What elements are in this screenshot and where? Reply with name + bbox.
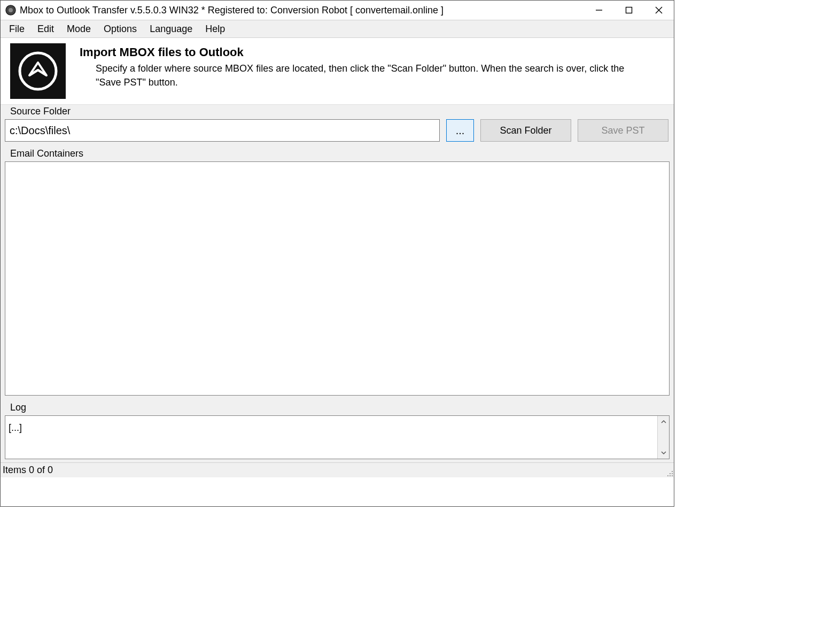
menu-options[interactable]: Options (97, 21, 143, 37)
window-controls (584, 1, 674, 20)
menu-edit[interactable]: Edit (31, 21, 60, 37)
status-bar: Items 0 of 0 (1, 462, 674, 477)
log-box: [...] (5, 415, 670, 459)
browse-button[interactable]: ... (446, 119, 474, 142)
app-icon (5, 4, 17, 16)
log-group: Log [...] (1, 401, 674, 462)
svg-point-1 (9, 8, 13, 12)
banner-description: Specify a folder where source MBOX files… (80, 61, 643, 89)
log-scrollbar[interactable] (657, 416, 669, 459)
menubar: File Edit Mode Options Language Help (1, 20, 674, 38)
scroll-up-icon[interactable] (658, 416, 669, 428)
log-content[interactable]: [...] (5, 416, 657, 459)
maximize-button[interactable] (614, 1, 644, 20)
log-label: Log (5, 401, 670, 415)
banner-heading: Import MBOX files to Outlook (80, 45, 643, 59)
menu-help[interactable]: Help (199, 21, 231, 37)
scan-folder-button[interactable]: Scan Folder (480, 119, 571, 142)
save-pst-button[interactable]: Save PST (578, 119, 668, 142)
resize-grip-icon[interactable] (665, 469, 673, 476)
menu-language[interactable]: Language (143, 21, 199, 37)
source-path-input[interactable] (5, 119, 440, 142)
email-containers-list[interactable] (5, 161, 670, 396)
minimize-button[interactable] (584, 1, 614, 20)
status-text: Items 0 of 0 (3, 465, 53, 476)
titlebar: Mbox to Outlook Transfer v.5.5.0.3 WIN32… (1, 1, 674, 20)
svg-rect-3 (626, 7, 632, 13)
scroll-down-icon[interactable] (658, 447, 669, 459)
menu-file[interactable]: File (3, 21, 31, 37)
email-containers-group: Email Containers (1, 147, 674, 401)
email-containers-label: Email Containers (5, 147, 670, 161)
header-banner: Import MBOX files to Outlook Specify a f… (1, 38, 674, 105)
window-title: Mbox to Outlook Transfer v.5.5.0.3 WIN32… (20, 5, 444, 16)
source-folder-group: Source Folder ... Scan Folder Save PST (1, 105, 674, 147)
app-logo (10, 43, 66, 99)
close-button[interactable] (644, 1, 674, 20)
menu-mode[interactable]: Mode (60, 21, 97, 37)
source-folder-label: Source Folder (5, 105, 670, 119)
